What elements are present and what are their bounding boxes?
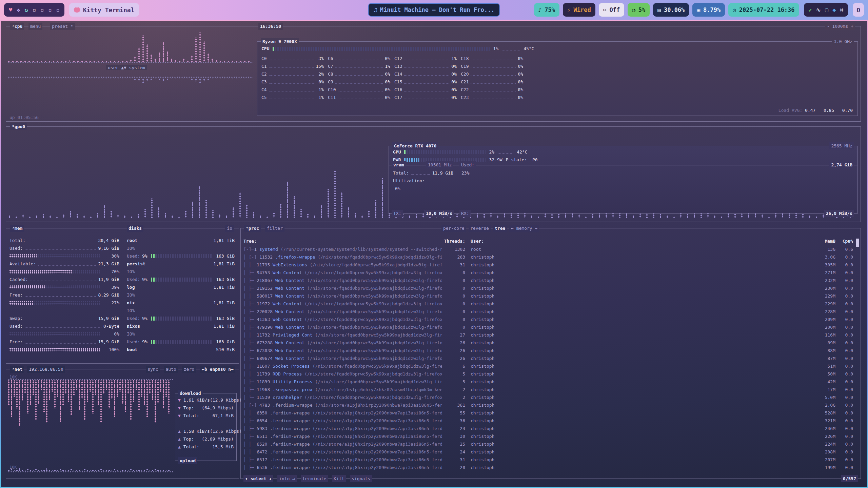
graph-column bbox=[103, 470, 105, 471]
core-leader bbox=[335, 64, 383, 68]
process-row[interactable]: │ ├─ 5983 .ferdium-wrappe (/nix/store/a1… bbox=[243, 425, 858, 432]
nix-icon[interactable]: ❖ bbox=[17, 6, 20, 13]
tab-disks[interactable]: disks bbox=[127, 225, 143, 232]
process-row[interactable]: │ ├─ 219152 Web Content (/nix/store/fqad… bbox=[243, 284, 858, 292]
process-row[interactable]: │ ├─ 41363 Web Content (/nix/store/fqadd… bbox=[243, 316, 858, 323]
bell-chip[interactable]: Ω bbox=[853, 3, 864, 17]
idle-inhibitor-module[interactable]: ✂Off bbox=[599, 3, 624, 17]
volume-module[interactable]: ♪75% bbox=[534, 3, 559, 17]
refresh-icon[interactable]: ↻ bbox=[25, 6, 28, 13]
process-row[interactable]: │ ├─ 11795 WebExtensions (/nix/store/fqa… bbox=[243, 261, 858, 269]
core-leader bbox=[338, 88, 383, 92]
filter-button[interactable]: filter bbox=[265, 225, 284, 232]
workspace-icon[interactable]: ▫ bbox=[56, 6, 60, 13]
disk-name-row: log1,81 TiB bbox=[127, 283, 235, 291]
process-row[interactable]: │ ├─ 218067 Web Content (/nix/store/fqad… bbox=[243, 277, 858, 284]
process-row[interactable]: │ ├─ 11739 RDD Process (/nix/store/fqadd… bbox=[243, 370, 858, 378]
workspace-icon[interactable]: ▫ bbox=[40, 6, 44, 13]
auto-toggle[interactable]: auto bbox=[164, 366, 178, 373]
process-row[interactable]: │ └─ 11539 crashhelper (/nix/store/fqadd… bbox=[243, 393, 858, 401]
process-row[interactable]: │ ├─ 6536 .ferdium-wrappe (/nix/store/a1… bbox=[243, 464, 858, 471]
system-tray[interactable]: ✔∿▢◆⌗ bbox=[804, 3, 848, 17]
interface-selector[interactable]: ←b enp8s0 n→ bbox=[200, 366, 235, 373]
tree-branch: │ ├─ bbox=[243, 340, 257, 345]
zero-toggle[interactable]: zero bbox=[182, 366, 196, 373]
graph-column bbox=[108, 470, 110, 471]
bluetooth-icon[interactable]: ◆ bbox=[832, 6, 836, 13]
graph-column bbox=[49, 61, 51, 62]
process-row[interactable]: │ ├─ 673288 Web Content (/nix/store/fqad… bbox=[243, 339, 858, 347]
select-control[interactable]: ↑ select ↓ bbox=[243, 475, 273, 482]
keyboard-icon[interactable]: ⌗ bbox=[840, 6, 844, 13]
cpu-frequency-label: 3.0 GHz bbox=[832, 38, 854, 45]
process-row[interactable]: │ ├─ 11839 Utility Process (/nix/store/f… bbox=[243, 378, 858, 386]
reverse-toggle[interactable]: reverse bbox=[469, 225, 491, 232]
process-memory: 50M bbox=[812, 370, 835, 378]
tab-net[interactable]: ³net bbox=[10, 366, 24, 373]
update-interval-control[interactable]: - 1000ms + bbox=[825, 23, 855, 30]
process-row[interactable]: │ ├─ 689674 Web Content (/nix/store/fqad… bbox=[243, 354, 858, 362]
kill-control[interactable]: Kill bbox=[332, 475, 346, 482]
per-core-toggle[interactable]: per-core bbox=[441, 225, 466, 232]
process-row[interactable]: │ ├─ 580017 Web Content (/nix/store/fqad… bbox=[243, 292, 858, 300]
workspace-icon[interactable]: ▫ bbox=[33, 6, 36, 13]
process-row[interactable]: ├─[-]─4783 .ferdium-wrappe (/nix/store/a… bbox=[243, 401, 858, 409]
sort-column-selector[interactable]: ← memory → bbox=[509, 225, 539, 232]
signals-control[interactable]: signals bbox=[350, 475, 372, 482]
process-row[interactable]: │ ├─ 6520 .ferdium-wrappe (/nix/store/a1… bbox=[243, 440, 858, 448]
process-scrollbar[interactable] bbox=[856, 239, 859, 247]
preset-button[interactable]: preset * bbox=[50, 23, 75, 30]
process-row[interactable]: │ ├─ 6511 .ferdium-wrappe (/nix/store/a1… bbox=[243, 432, 858, 440]
process-row[interactable]: │ ├─ 6517 .ferdium-wrappe (/nix/store/a1… bbox=[243, 456, 858, 464]
process-row[interactable]: │ ├─ 11972 Web Content (/nix/store/fqadd… bbox=[243, 300, 858, 308]
tab-proc[interactable]: ⁴proc bbox=[244, 225, 261, 232]
check-icon[interactable]: ✔ bbox=[809, 6, 812, 13]
process-row[interactable]: [-]─1 systemd (/run/current-system/syste… bbox=[243, 245, 858, 253]
cpu-usage-module[interactable]: ◔5% bbox=[628, 3, 650, 17]
process-row[interactable]: │ ├─ 6350 .ferdium-wrappe (/nix/store/a1… bbox=[243, 409, 858, 417]
graph-column bbox=[199, 33, 201, 62]
music-player-chip[interactable]: ♫ Minuit Machine – Don't Run Fro... bbox=[368, 3, 500, 17]
network-module[interactable]: ⚡Wired bbox=[563, 3, 595, 17]
process-threads: 31 bbox=[442, 261, 465, 269]
process-command: (/nix/store/fqadd0bprwc5yw5k99xajbdqd1dz… bbox=[304, 371, 442, 377]
graph-column bbox=[41, 380, 42, 390]
heart-icon[interactable]: ♥ bbox=[9, 6, 12, 13]
io-toggle[interactable]: io bbox=[225, 225, 234, 232]
process-row[interactable]: │ ├─ 11607 Socket Process (/nix/store/fq… bbox=[243, 362, 858, 370]
wave-icon[interactable]: ∿ bbox=[816, 6, 821, 13]
process-row[interactable]: ├─[-]─11532 .firefox-wrappe (/nix/store/… bbox=[243, 253, 858, 261]
sync-toggle[interactable]: sync bbox=[146, 366, 160, 373]
process-pid: 6517 bbox=[257, 457, 270, 462]
tab-gpu[interactable]: ⁵gpu0 bbox=[10, 123, 27, 130]
process-row[interactable]: │ ├─ 673038 Web Content (/nix/store/fqad… bbox=[243, 347, 858, 354]
graph-column bbox=[673, 217, 675, 218]
info-control[interactable]: info ↵ bbox=[277, 475, 297, 482]
tab-mem[interactable]: ²mem bbox=[10, 225, 24, 232]
window-title-chip[interactable]: Kitty Terminal bbox=[69, 3, 139, 17]
core-label: C6 bbox=[328, 56, 333, 61]
tree-toggle[interactable]: tree bbox=[493, 225, 507, 232]
workspace-icon[interactable]: ▫ bbox=[48, 6, 52, 13]
process-row[interactable]: │ ├─ 220028 Web Content (/nix/store/fqad… bbox=[243, 308, 858, 316]
process-command: (/nix/store/fqadd0bprwc5yw5k99xajbdqd1dz… bbox=[307, 340, 442, 345]
clock-module[interactable]: ◷2025-07-22 16:36 bbox=[728, 3, 799, 17]
process-row[interactable]: │ ├─ 11732 Privileged Cont (/nix/store/f… bbox=[243, 331, 858, 339]
process-row[interactable]: │ ├─ 6654 .ferdium-wrappe (/nix/store/a1… bbox=[243, 417, 858, 425]
graph-column bbox=[816, 217, 817, 218]
workspaces-chip[interactable]: ♥❖↻▫▫▫▫ bbox=[4, 3, 64, 17]
memory-usage-module[interactable]: ▤30.06% bbox=[653, 3, 689, 17]
window-icon[interactable]: ▢ bbox=[825, 6, 828, 13]
process-pid: 5983 bbox=[257, 426, 270, 431]
process-cpu: 0.0 bbox=[835, 331, 853, 339]
disk-usage-module[interactable]: ▣8.79% bbox=[692, 3, 725, 17]
process-row[interactable]: │ ├─ 479390 Web Content (/nix/store/fqad… bbox=[243, 323, 858, 331]
terminate-control[interactable]: terminate bbox=[301, 475, 328, 482]
menu-button[interactable]: menu bbox=[28, 23, 42, 30]
process-row[interactable]: │ ├─ 94753 Web Content (/nix/store/fqadd… bbox=[243, 269, 858, 277]
process-row[interactable]: │ ├─ 6472 .ferdium-wrappe (/nix/store/a1… bbox=[243, 448, 858, 456]
process-command: (/nix/store/fqadd0bprwc5yw5k99xajbdqd1dz… bbox=[307, 278, 442, 283]
process-row[interactable]: │ ├─ 11968 .keepassxc-prox (/nix/store/b… bbox=[243, 386, 858, 393]
tab-cpu[interactable]: ¹cpu bbox=[10, 23, 24, 30]
core-label: C9 bbox=[328, 79, 333, 84]
